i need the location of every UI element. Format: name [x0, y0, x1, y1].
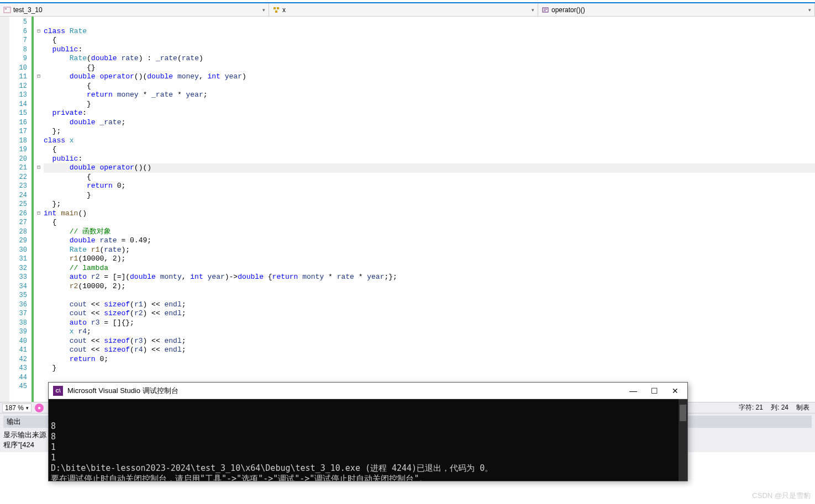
code-content[interactable]: class Rate { public: Rate(double rate) :… [44, 17, 815, 403]
code-line[interactable]: }; [44, 200, 815, 209]
console-line: 8 [51, 421, 685, 432]
fold-toggle[interactable]: ⊟ [34, 209, 44, 219]
code-line[interactable]: } [44, 364, 815, 373]
line-number: 6 [9, 27, 31, 36]
code-line[interactable]: return money * _rate * year; [44, 91, 815, 100]
code-line[interactable] [44, 291, 815, 300]
code-line[interactable]: { [44, 145, 815, 155]
code-line[interactable]: private: [44, 109, 815, 118]
line-number: 33 [9, 273, 31, 282]
code-line[interactable]: {} [44, 63, 815, 73]
fold-toggle [34, 364, 44, 373]
fold-toggle [34, 54, 44, 63]
code-line[interactable] [44, 18, 815, 27]
code-line[interactable]: class Rate [44, 27, 815, 36]
code-line[interactable]: double operator()(double money, int year… [44, 72, 815, 82]
code-line[interactable]: auto r3 = []{}; [44, 319, 815, 328]
fold-toggle [34, 200, 44, 209]
code-line[interactable]: auto r2 = [=](double monty, int year)->d… [44, 273, 815, 282]
code-line[interactable]: class x [44, 136, 815, 146]
line-number: 10 [9, 63, 31, 73]
code-line[interactable]: } [44, 100, 815, 109]
svg-rect-6 [544, 9, 547, 9]
scrollbar-thumb[interactable] [680, 405, 686, 421]
line-number: 18 [9, 136, 31, 146]
method-selector[interactable]: operator()() ▾ [538, 3, 815, 16]
fold-toggle [34, 45, 44, 55]
fold-toggle [34, 91, 44, 100]
code-line[interactable]: { [44, 82, 815, 91]
console-line: 1 [51, 453, 685, 463]
console-output[interactable]: 8811D:\bite\bite-lesson2023-2024\test_3_… [49, 399, 687, 481]
code-line[interactable]: { [44, 173, 815, 182]
vs-icon: C\ [53, 386, 63, 396]
maximize-button[interactable]: ☐ [650, 386, 659, 395]
line-number: 30 [9, 246, 31, 255]
fold-toggle [34, 254, 44, 264]
close-button[interactable]: ✕ [671, 386, 680, 395]
fold-toggle [34, 273, 44, 282]
code-line[interactable]: // lambda [44, 264, 815, 273]
class-selector[interactable]: x ▾ [269, 3, 538, 16]
fold-toggle [34, 300, 44, 310]
code-line[interactable]: double operator()() [44, 163, 815, 173]
line-number: 24 [9, 191, 31, 200]
line-number: 45 [9, 382, 31, 391]
class-icon [272, 6, 280, 14]
svg-rect-3 [277, 7, 279, 9]
console-line: 1 [51, 442, 685, 453]
code-line[interactable]: return 0; [44, 355, 815, 364]
console-scrollbar[interactable] [679, 399, 687, 481]
fold-toggle [34, 236, 44, 246]
fold-toggle [34, 155, 44, 164]
minimize-button[interactable]: — [629, 386, 638, 395]
code-line[interactable]: public: [44, 45, 815, 55]
line-number: 25 [9, 200, 31, 209]
issues-icon[interactable]: ● [35, 404, 44, 412]
code-line[interactable]: x r4; [44, 327, 815, 337]
zoom-value: 187 % [5, 404, 24, 412]
code-line[interactable]: }; [44, 127, 815, 136]
line-number-gutter: 5678910111213141516171819202122232425262… [9, 17, 31, 403]
code-line[interactable]: double _rate; [44, 118, 815, 128]
code-line[interactable]: double rate = 0.49; [44, 236, 815, 246]
code-line[interactable]: public: [44, 155, 815, 164]
code-line[interactable]: cout << sizeof(r4) << endl; [44, 346, 815, 355]
code-line[interactable]: { [44, 218, 815, 227]
console-titlebar[interactable]: C\ Microsoft Visual Studio 调试控制台 — ☐ ✕ [49, 383, 687, 399]
line-number: 14 [9, 100, 31, 109]
fold-toggle[interactable]: ⊟ [34, 27, 44, 36]
chevron-down-icon: ▾ [532, 7, 534, 13]
fold-toggle [34, 191, 44, 200]
code-line[interactable]: } [44, 191, 815, 200]
code-line[interactable]: // 函数对象 [44, 227, 815, 237]
fold-toggle[interactable]: ⊟ [34, 72, 44, 82]
code-line[interactable]: cout << sizeof(r1) << endl; [44, 300, 815, 310]
code-line[interactable]: return 0; [44, 182, 815, 191]
fold-toggle [34, 127, 44, 136]
code-line[interactable]: cout << sizeof(r2) << endl; [44, 309, 815, 319]
line-number: 9 [9, 54, 31, 63]
code-line[interactable] [44, 373, 815, 383]
method-text: operator()() [551, 6, 585, 14]
code-line[interactable]: int main() [44, 209, 815, 219]
fold-toggle[interactable]: ⊟ [34, 163, 44, 173]
fold-column[interactable]: ⊟⊟⊟⊟ [34, 17, 44, 403]
line-number: 16 [9, 118, 31, 128]
code-line[interactable]: { [44, 36, 815, 45]
code-line[interactable]: Rate(double rate) : _rate(rate) [44, 54, 815, 63]
code-line[interactable]: r2(10000, 2); [44, 282, 815, 291]
line-number: 26 [9, 209, 31, 219]
console-line: 要在调试停止时自动关闭控制台，请启用"工具"->"选项"->"调试"->"调试停… [51, 474, 685, 481]
zoom-selector[interactable]: 187 % ▾ [2, 404, 31, 412]
code-line[interactable]: cout << sizeof(r3) << endl; [44, 337, 815, 346]
project-icon [3, 6, 11, 14]
fold-toggle [34, 227, 44, 237]
code-line[interactable]: r1(10000, 2); [44, 254, 815, 264]
line-number: 34 [9, 282, 31, 291]
code-line[interactable]: Rate r1(rate); [44, 246, 815, 255]
code-editor[interactable]: 5678910111213141516171819202122232425262… [0, 17, 815, 403]
scope-selector[interactable]: test_3_10 ▾ [0, 3, 269, 16]
line-number: 31 [9, 254, 31, 264]
line-number: 39 [9, 327, 31, 337]
